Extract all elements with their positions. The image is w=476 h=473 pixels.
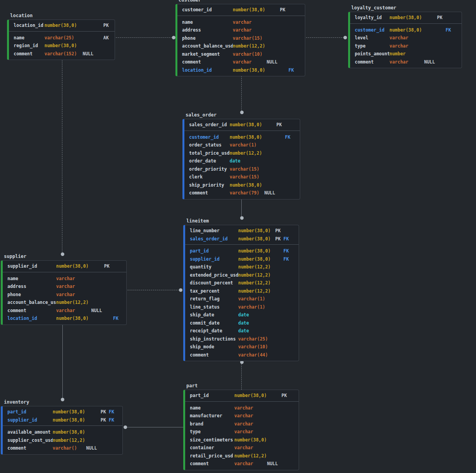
relation-customer-loyalty-customer[interactable] xyxy=(306,37,344,38)
field-type: number(38,0) xyxy=(238,247,275,255)
field-name: name xyxy=(7,275,56,283)
field-row[interactable]: commentvarcharNULL xyxy=(177,58,305,66)
field-row[interactable]: commentvarcharNULL xyxy=(3,307,126,315)
table-sales-order[interactable]: sales_ordersales_order_idnumber(38,0)PKc… xyxy=(182,112,300,199)
relation-location-supplier[interactable] xyxy=(62,58,62,252)
field-row[interactable]: namevarchar xyxy=(185,404,299,412)
table-supplier[interactable]: suppliersupplier_idnumber(38,0)PKnamevar… xyxy=(1,254,127,325)
field-row[interactable]: quantitynumber(12,2) xyxy=(185,263,299,271)
field-row[interactable]: customer_idnumber(38,0)FK xyxy=(184,133,300,141)
field-row[interactable]: commentvarchar(79)NULL xyxy=(184,189,300,197)
field-row[interactable]: ship_datedate xyxy=(185,311,299,319)
key-section: part_idnumber(38,0)PK xyxy=(185,390,299,402)
pk-badge: PK xyxy=(275,227,283,235)
relation-location-customer[interactable] xyxy=(116,37,172,38)
key-section: line_numbernumber(38,0)PKsales_order_idn… xyxy=(185,225,299,245)
field-row[interactable]: points_amountnumber xyxy=(350,50,462,58)
field-row[interactable]: market_segmentvarchar(10) xyxy=(177,50,305,58)
field-row[interactable]: namevarchar xyxy=(177,18,305,26)
field-row[interactable]: available_amountnumber(38,0) xyxy=(3,428,122,436)
relation-supplier-inventory[interactable] xyxy=(62,324,63,398)
field-row[interactable]: typevarchar xyxy=(350,42,462,50)
field-row[interactable]: commentvarcharNULL xyxy=(350,58,462,66)
null-badge: NULL xyxy=(424,58,437,66)
field-row[interactable]: part_idnumber(38,0)PKFK xyxy=(3,408,122,416)
null-badge: NULL xyxy=(267,460,281,468)
field-row[interactable]: account_balance_usdnumber(12,2) xyxy=(177,42,305,50)
field-row[interactable]: commentvarcharNULL xyxy=(185,460,299,468)
field-row[interactable]: discount_percentnumber(12,2) xyxy=(185,279,299,287)
relation-inventory-part[interactable] xyxy=(127,427,183,427)
field-row[interactable]: receipt_datedate xyxy=(185,327,299,335)
field-row[interactable]: customer_idnumber(38,0)PK xyxy=(177,6,305,14)
table-customer[interactable]: customercustomer_idnumber(38,0)PKnamevar… xyxy=(175,0,305,76)
field-row[interactable]: supplier_idnumber(38,0)PK xyxy=(3,262,126,270)
field-row[interactable]: namevarchar(25)AK xyxy=(9,34,115,42)
field-row[interactable]: order_datedate xyxy=(184,157,300,165)
field-row[interactable]: addressvarchar xyxy=(3,282,126,291)
field-row[interactable]: customer_idnumber(38,0)FK xyxy=(350,26,462,34)
field-row[interactable]: line_numbernumber(38,0)PK xyxy=(185,227,299,235)
field-row[interactable]: phonevarchar xyxy=(3,291,126,299)
field-row[interactable]: sales_order_idnumber(38,0)PKFK xyxy=(185,235,299,243)
field-row[interactable]: part_idnumber(38,0)FK xyxy=(185,247,299,255)
field-row[interactable]: commentvarchar(152)NULL xyxy=(9,50,115,58)
fk-badge: FK xyxy=(109,416,122,424)
relation-customer-sales-order[interactable] xyxy=(241,76,242,111)
field-row[interactable]: location_idnumber(38,0)FK xyxy=(3,314,126,323)
field-row[interactable]: phonevarchar(15) xyxy=(177,34,305,42)
field-type: varchar xyxy=(56,275,91,283)
field-row[interactable]: total_price_usdnumber(12,2) xyxy=(184,149,300,157)
field-row[interactable]: ship_instructionsvarchar(25) xyxy=(185,335,299,343)
field-row[interactable]: commentvarchar(44) xyxy=(185,351,299,359)
field-row[interactable]: ship_modevarchar(10) xyxy=(185,343,299,351)
field-row[interactable]: supplier_idnumber(38,0)FK xyxy=(185,255,299,263)
field-row[interactable]: tax_percentnumber(12,2) xyxy=(185,287,299,295)
table-part[interactable]: partpart_idnumber(38,0)PKnamevarcharmanu… xyxy=(183,383,299,470)
field-row[interactable]: sales_order_idnumber(38,0)PK xyxy=(184,121,300,129)
field-row[interactable]: commentvarchar()NULL xyxy=(3,444,122,452)
field-row[interactable]: commit_datedate xyxy=(185,319,299,327)
table-inventory[interactable]: inventorypart_idnumber(38,0)PKFKsupplier… xyxy=(1,399,123,455)
relation-sales-order-lineitem[interactable] xyxy=(241,199,242,217)
field-row[interactable]: supplier_idnumber(38,0)PKFK xyxy=(3,416,122,424)
diagram-canvas[interactable]: locationlocation_idnumber(38,0)PKnamevar… xyxy=(0,0,476,473)
field-row[interactable]: typevarchar xyxy=(185,428,299,436)
field-type: varchar(1) xyxy=(230,141,264,149)
table-loyalty-customer[interactable]: loyalty_customerloyalty_idnumber(38,0)PK… xyxy=(348,5,462,68)
table-box: line_numbernumber(38,0)PKsales_order_idn… xyxy=(183,225,299,361)
field-row[interactable]: size_centimetersnumber(38,0) xyxy=(185,436,299,444)
field-row[interactable]: retail_price_usdnumber(12,2) xyxy=(185,452,299,460)
field-row[interactable]: order_statusvarchar(1) xyxy=(184,141,300,149)
field-row[interactable]: return_flagvarchar(1) xyxy=(185,295,299,303)
field-name: comment xyxy=(190,351,238,359)
field-row[interactable]: part_idnumber(38,0)PK xyxy=(185,392,299,400)
relation-supplier-lineitem[interactable] xyxy=(127,290,179,290)
field-row[interactable]: manufacturervarchar xyxy=(185,412,299,420)
field-row[interactable]: line_statusvarchar(1) xyxy=(185,303,299,311)
field-row[interactable]: addressvarchar xyxy=(177,26,305,34)
field-name: address xyxy=(182,26,233,34)
table-lineitem[interactable]: lineitemline_numbernumber(38,0)PKsales_o… xyxy=(183,218,299,361)
field-row[interactable]: clerkvarchar(15) xyxy=(184,173,300,181)
field-row[interactable]: loyalty_idnumber(38,0)PK xyxy=(350,14,462,22)
field-row[interactable]: location_idnumber(38,0)PK xyxy=(9,21,115,30)
field-type: varchar(25) xyxy=(238,335,275,343)
table-location[interactable]: locationlocation_idnumber(38,0)PKnamevar… xyxy=(7,13,115,60)
field-row[interactable]: account_balance_usdnumber(12,2) xyxy=(3,298,126,307)
field-name: order_priority xyxy=(189,165,230,173)
fields-section: part_idnumber(38,0)FKsupplier_idnumber(3… xyxy=(185,245,299,361)
field-row[interactable]: namevarchar xyxy=(3,275,126,283)
field-name: account_balance_usd xyxy=(7,298,56,307)
field-row[interactable]: levelvarchar xyxy=(350,34,462,42)
field-row[interactable]: extended_price_usdnumber(12,2) xyxy=(185,271,299,279)
field-row[interactable]: ship_prioritynumber(38,0) xyxy=(184,181,300,189)
field-row[interactable]: location_idnumber(38,0)FK xyxy=(177,66,305,74)
field-row[interactable]: brandvarchar xyxy=(185,420,299,428)
field-row[interactable]: containervarchar xyxy=(185,444,299,452)
field-name: ship_priority xyxy=(189,181,230,189)
field-name: location_id xyxy=(182,66,233,74)
field-row[interactable]: order_priorityvarchar(15) xyxy=(184,165,300,173)
field-row[interactable]: region_idnumber(38,0) xyxy=(9,42,115,50)
field-row[interactable]: supplier_cost_usdnumber(12,2) xyxy=(3,436,122,445)
